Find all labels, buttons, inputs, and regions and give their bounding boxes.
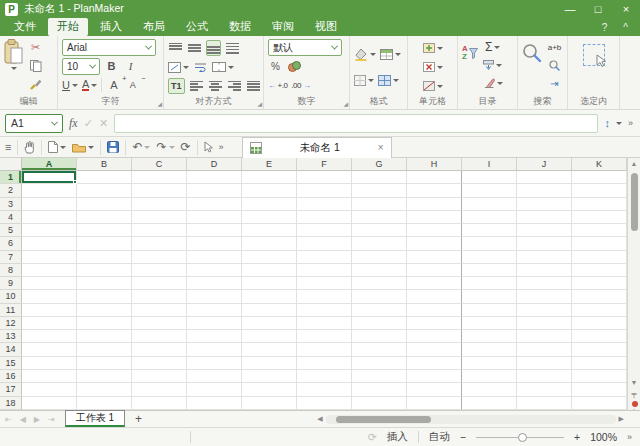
dialog-launcher-icon[interactable]: ◢	[157, 100, 162, 107]
zoom-slider-knob[interactable]	[518, 433, 527, 442]
cell-H18[interactable]	[407, 397, 462, 410]
sheet-tab[interactable]: 工作表 1	[65, 410, 125, 427]
insert-mode-indicator[interactable]: 插入	[387, 430, 408, 444]
cell-H16[interactable]	[407, 370, 462, 383]
cell-A10[interactable]	[22, 290, 77, 303]
clear-button[interactable]	[483, 75, 503, 91]
cell-F6[interactable]	[297, 237, 352, 250]
cell-D12[interactable]	[187, 317, 242, 330]
percent-format-button[interactable]: %	[268, 58, 283, 74]
zoom-in-button[interactable]: +	[574, 431, 580, 443]
cell-F17[interactable]	[297, 383, 352, 396]
cell-F10[interactable]	[297, 290, 352, 303]
cell-I5[interactable]	[462, 224, 517, 237]
align-left-button[interactable]	[189, 78, 204, 94]
cell-A4[interactable]	[22, 211, 77, 224]
cell-J5[interactable]	[517, 224, 572, 237]
zoom-slider[interactable]	[476, 437, 564, 438]
hide-cells-button[interactable]	[423, 78, 443, 94]
cell-J3[interactable]	[517, 198, 572, 211]
row-header-13[interactable]: 13	[0, 330, 22, 343]
cell-J6[interactable]	[517, 237, 572, 250]
cell-F18[interactable]	[297, 397, 352, 410]
tab-data[interactable]: 数据	[220, 18, 260, 36]
scroll-right-icon[interactable]: ▶	[619, 415, 624, 423]
cell-A3[interactable]	[22, 198, 77, 211]
cell-B17[interactable]	[77, 383, 132, 396]
underline-dropdown-caret[interactable]	[72, 84, 78, 87]
cell-J1[interactable]	[517, 171, 572, 184]
cell-F13[interactable]	[297, 330, 352, 343]
cell-H5[interactable]	[407, 224, 462, 237]
cell-J17[interactable]	[517, 383, 572, 396]
cell-B1[interactable]	[77, 171, 132, 184]
cell-D1[interactable]	[187, 171, 242, 184]
cell-D5[interactable]	[187, 224, 242, 237]
cell-I4[interactable]	[462, 211, 517, 224]
tab-review[interactable]: 审阅	[263, 18, 303, 36]
cell-I8[interactable]	[462, 264, 517, 277]
cell-J13[interactable]	[517, 330, 572, 343]
cell-K6[interactable]	[572, 237, 627, 250]
cell-E7[interactable]	[242, 251, 297, 264]
row-header-18[interactable]: 18	[0, 397, 22, 410]
cell-B4[interactable]	[77, 211, 132, 224]
cell-H11[interactable]	[407, 304, 462, 317]
column-header-B[interactable]: B	[77, 158, 132, 171]
cell-F9[interactable]	[297, 277, 352, 290]
cell-F5[interactable]	[297, 224, 352, 237]
cell-E8[interactable]	[242, 264, 297, 277]
column-header-E[interactable]: E	[242, 158, 297, 171]
cell-C10[interactable]	[132, 290, 187, 303]
cell-I14[interactable]	[462, 343, 517, 356]
cell-style-button[interactable]	[380, 46, 401, 62]
font-name-select[interactable]: Arial	[62, 39, 156, 56]
cell-B6[interactable]	[77, 237, 132, 250]
cell-I12[interactable]	[462, 317, 517, 330]
cell-C11[interactable]	[132, 304, 187, 317]
cell-J16[interactable]	[517, 370, 572, 383]
align-center-button[interactable]	[208, 78, 223, 94]
paste-dropdown-caret[interactable]	[11, 67, 17, 70]
cell-J15[interactable]	[517, 357, 572, 370]
cell-G12[interactable]	[352, 317, 407, 330]
cell-G17[interactable]	[352, 383, 407, 396]
cell-E6[interactable]	[242, 237, 297, 250]
row-header-16[interactable]: 16	[0, 370, 22, 383]
cell-B15[interactable]	[77, 357, 132, 370]
cell-J18[interactable]	[517, 397, 572, 410]
cell-F7[interactable]	[297, 251, 352, 264]
cell-H4[interactable]	[407, 211, 462, 224]
cell-B8[interactable]	[77, 264, 132, 277]
dialog-launcher-icon[interactable]: ◢	[257, 100, 262, 107]
tab-home[interactable]: 开始	[48, 18, 88, 36]
cell-H17[interactable]	[407, 383, 462, 396]
cell-I16[interactable]	[462, 370, 517, 383]
help-icon[interactable]: ?	[602, 22, 608, 33]
cell-E14[interactable]	[242, 343, 297, 356]
tab-view[interactable]: 视图	[306, 18, 346, 36]
column-header-J[interactable]: J	[517, 158, 572, 171]
shrink-font-button[interactable]: A−	[125, 77, 140, 93]
row-header-5[interactable]: 5	[0, 224, 22, 237]
cell-G16[interactable]	[352, 370, 407, 383]
cell-C6[interactable]	[132, 237, 187, 250]
cell-E17[interactable]	[242, 383, 297, 396]
cell-B10[interactable]	[77, 290, 132, 303]
cell-F16[interactable]	[297, 370, 352, 383]
cell-E4[interactable]	[242, 211, 297, 224]
cell-I6[interactable]	[462, 237, 517, 250]
column-header-D[interactable]: D	[187, 158, 242, 171]
split-view-bottom-icon[interactable]: ╧	[628, 409, 640, 410]
cell-E11[interactable]	[242, 304, 297, 317]
remove-decimal-button[interactable]: .00→	[291, 77, 310, 93]
minimize-button[interactable]: —	[556, 0, 584, 18]
cell-F8[interactable]	[297, 264, 352, 277]
fill-button[interactable]	[483, 57, 503, 73]
row-header-17[interactable]: 17	[0, 383, 22, 396]
cell-G18[interactable]	[352, 397, 407, 410]
undo-button[interactable]: ↶	[132, 140, 150, 154]
cell-G9[interactable]	[352, 277, 407, 290]
cell-B12[interactable]	[77, 317, 132, 330]
cell-A13[interactable]	[22, 330, 77, 343]
